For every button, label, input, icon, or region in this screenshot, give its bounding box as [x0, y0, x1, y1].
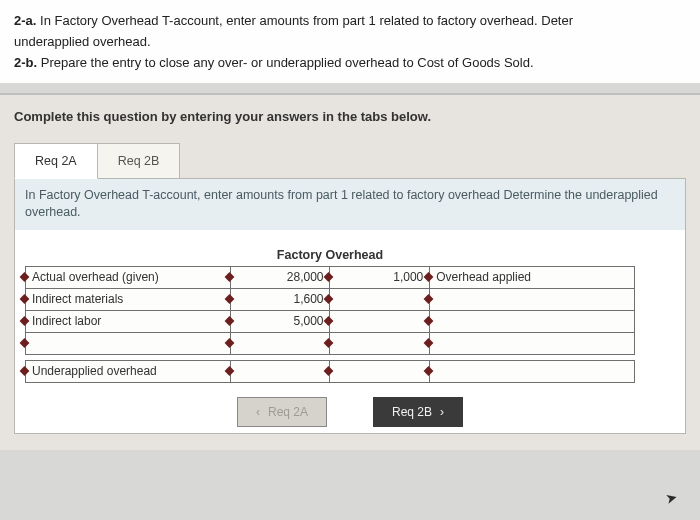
part-a-text: In Factory Overhead T-account, enter amo… [36, 13, 573, 28]
debit-amount-cell[interactable]: 5,000 [230, 310, 330, 332]
credit-amount-cell[interactable] [330, 288, 430, 310]
debit-amount-cell[interactable]: 1,600 [230, 288, 330, 310]
credit-amount-cell[interactable] [330, 310, 430, 332]
result-credit-amount-cell[interactable] [330, 360, 430, 382]
credit-label-cell[interactable] [430, 310, 635, 332]
prev-button: ‹ Req 2A [237, 397, 327, 427]
debit-label-cell[interactable] [26, 332, 231, 354]
cell-text: 5,000 [293, 314, 323, 328]
debit-amount-cell[interactable] [230, 332, 330, 354]
next-button[interactable]: Req 2B › [373, 397, 463, 427]
part-b-text: Prepare the entry to close any over- or … [37, 55, 533, 70]
cell-text: Indirect materials [32, 292, 123, 306]
nav-button-row: ‹ Req 2A Req 2B › [15, 387, 685, 433]
debit-amount-cell[interactable]: 28,000 [230, 266, 330, 288]
t-account-wrap: Factory Overhead Actual overhead (given)… [15, 230, 685, 387]
t-account-table: Factory Overhead Actual overhead (given)… [25, 244, 635, 383]
result-amount-cell[interactable] [230, 360, 330, 382]
table-row: Indirect labor 5,000 [26, 310, 635, 332]
chevron-left-icon: ‹ [256, 405, 260, 419]
credit-label-cell[interactable] [430, 332, 635, 354]
cell-text: Actual overhead (given) [32, 270, 159, 284]
answer-area: Complete this question by entering your … [0, 95, 700, 450]
cell-text: 1,000 [393, 270, 423, 284]
tab-bar: Req 2A Req 2B [14, 142, 686, 178]
tab-label: Req 2B [118, 154, 160, 168]
part-b-label: 2-b. [14, 55, 37, 70]
chevron-right-icon: › [440, 405, 444, 419]
question-text: 2-a. In Factory Overhead T-account, ente… [0, 0, 700, 83]
instruction-text: Complete this question by entering your … [14, 109, 686, 124]
tab-label: Req 2A [35, 154, 77, 168]
next-label: Req 2B [392, 405, 432, 419]
credit-amount-cell[interactable] [330, 332, 430, 354]
credit-label-cell[interactable]: Overhead applied [430, 266, 635, 288]
prev-label: Req 2A [268, 405, 308, 419]
part-a-line2: underapplied overhead. [14, 33, 686, 52]
tab-req-2a[interactable]: Req 2A [14, 143, 98, 179]
debit-label-cell[interactable]: Actual overhead (given) [26, 266, 231, 288]
table-row: Underapplied overhead [26, 360, 635, 382]
cell-text: Underapplied overhead [32, 364, 157, 378]
cell-text: 1,600 [293, 292, 323, 306]
part-a-label: 2-a. [14, 13, 36, 28]
result-credit-label-cell[interactable] [430, 360, 635, 382]
panel-description: In Factory Overhead T-account, enter amo… [15, 179, 685, 230]
tab-panel: In Factory Overhead T-account, enter amo… [14, 178, 686, 434]
cursor-icon: ➤ [664, 489, 680, 508]
debit-label-cell[interactable]: Indirect materials [26, 288, 231, 310]
tab-req-2b[interactable]: Req 2B [98, 143, 181, 179]
debit-label-cell[interactable]: Indirect labor [26, 310, 231, 332]
table-row: Actual overhead (given) 28,000 1,000 Ove… [26, 266, 635, 288]
t-account-title: Factory Overhead [26, 244, 635, 267]
cell-text: 28,000 [287, 270, 324, 284]
credit-label-cell[interactable] [430, 288, 635, 310]
cell-text: Indirect labor [32, 314, 101, 328]
cell-text: Overhead applied [436, 270, 531, 284]
result-label-cell[interactable]: Underapplied overhead [26, 360, 231, 382]
credit-amount-cell[interactable]: 1,000 [330, 266, 430, 288]
table-row: Indirect materials 1,600 [26, 288, 635, 310]
table-row [26, 332, 635, 354]
